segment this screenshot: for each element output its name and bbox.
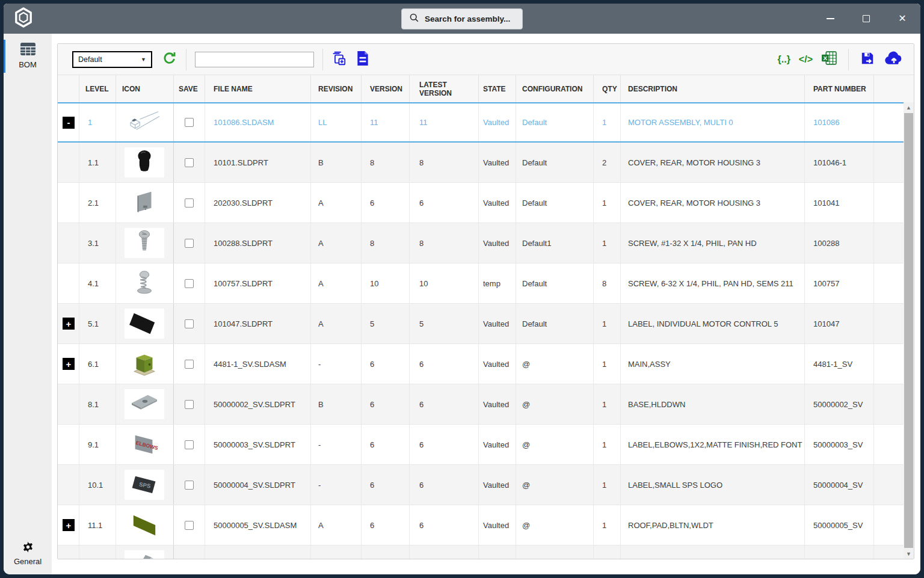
save-checkbox[interactable] (185, 239, 194, 248)
latest-version-cell: 6 (409, 183, 478, 223)
header-icon[interactable]: ICON (116, 75, 173, 102)
header-configuration[interactable]: CONFIGURATION (516, 75, 593, 102)
export-xml-button[interactable]: </> (799, 54, 813, 65)
latest-version-cell: 6 (409, 425, 478, 464)
table-row[interactable]: + 11.1 50000005_SV.SLDASM A 6 6 Vaulted … (58, 505, 914, 546)
latest-version-cell: 6 (409, 505, 478, 545)
header-level[interactable]: LEVEL (79, 75, 116, 102)
copy-add-button[interactable] (331, 51, 347, 69)
save-checkbox[interactable] (185, 521, 194, 530)
level-cell: 12.1 (79, 546, 116, 559)
revision-cell: A (310, 223, 361, 263)
table-row[interactable]: 12.1 50000006_SV.SLDPRT - 6 6 Vaulted @ … (58, 546, 914, 559)
gear-icon (22, 541, 34, 556)
table-row[interactable]: 9.1 ELBOWS 50000003_SV.SLDPRT - 6 6 Vaul… (58, 425, 914, 465)
description-cell: SCREW, 6-32 X 1/4, PHIL, PAN HD, SEMS 21… (620, 263, 804, 303)
toolbar-divider (322, 49, 323, 70)
save-cell (173, 183, 205, 223)
scrollbar-thumb[interactable] (904, 113, 913, 548)
state-cell: Vaulted (478, 223, 516, 263)
sidebar: BOM General (4, 34, 52, 574)
expand-row-button[interactable]: + (63, 358, 75, 370)
header-qty[interactable]: QTY (593, 75, 620, 102)
file-name-cell: 100288.SLDPRT (205, 223, 310, 263)
header-part-number[interactable]: PART NUMBER (804, 75, 873, 102)
header-file-name[interactable]: FILE NAME (205, 75, 310, 102)
save-cell (173, 223, 205, 263)
description-cell: LABEL, INDIVIDUAL MOTOR CONTROL 5 (620, 304, 804, 343)
save-checkbox[interactable] (185, 481, 194, 490)
maximize-button[interactable] (861, 14, 871, 23)
save-checkbox[interactable] (185, 360, 194, 369)
header-latest-version[interactable]: LATEST VERSION (409, 75, 478, 102)
description-cell: BASE,HLDDWN (620, 384, 804, 424)
table-row[interactable]: 1.1 10101.SLDPRT B 8 8 Vaulted Default 2… (58, 143, 914, 183)
save-export-button[interactable] (860, 51, 875, 69)
save-checkbox[interactable] (185, 198, 194, 208)
search-icon (409, 13, 419, 25)
revision-cell: B (310, 143, 361, 182)
table-row[interactable]: 3.1 100288.SLDPRT A 8 8 Vaulted Default1… (58, 223, 914, 263)
configuration-dropdown[interactable]: Default ▼ (72, 51, 152, 68)
document-button[interactable] (356, 51, 370, 69)
save-checkbox[interactable] (185, 118, 194, 127)
save-checkbox[interactable] (185, 319, 194, 328)
table-row[interactable]: 10.1 SPS 50000004_SV.SLDPRT - 6 6 Vaulte… (58, 465, 914, 505)
export-excel-button[interactable]: X (821, 51, 837, 68)
level-cell: 1 (79, 103, 116, 141)
table-row[interactable]: - 1 101086.SLDASM LL 11 11 Vaulted Defau… (58, 102, 914, 143)
version-cell: 8 (361, 143, 409, 182)
table-row[interactable]: 2.1 202030.SLDPRT A 6 6 Vaulted Default … (58, 183, 914, 223)
configuration-dropdown-value: Default (78, 55, 102, 64)
sidebar-item-bom[interactable]: BOM (4, 40, 52, 73)
state-cell: Vaulted (478, 465, 516, 505)
row-gutter: + (58, 505, 79, 545)
filter-input[interactable] (195, 52, 314, 67)
save-checkbox[interactable] (185, 158, 194, 167)
save-checkbox[interactable] (185, 400, 194, 409)
collapse-row-button[interactable]: - (63, 117, 75, 129)
table-row[interactable]: + 5.1 101047.SLDPRT A 5 5 Vaulted Defaul… (58, 304, 914, 344)
icon-cell (116, 143, 173, 182)
file-name-cell: 50000003_SV.SLDPRT (205, 425, 310, 464)
save-checkbox[interactable] (185, 279, 194, 288)
header-revision[interactable]: REVISION (310, 75, 361, 102)
sidebar-item-general[interactable]: General (4, 541, 52, 566)
level-cell: 1.1 (79, 143, 116, 182)
qty-cell: 2 (593, 143, 620, 182)
vertical-scrollbar[interactable]: ▲ ▼ (904, 102, 914, 559)
header-description[interactable]: DESCRIPTION (620, 75, 804, 102)
copy-add-icon (331, 51, 347, 69)
expand-row-button[interactable]: + (63, 519, 75, 531)
stud-thumbnail-icon (125, 550, 164, 559)
header-state[interactable]: STATE (478, 75, 516, 102)
export-json-button[interactable]: {..} (778, 54, 790, 65)
assembly-search-box[interactable]: Search for assembly... (401, 8, 523, 29)
app-window: Search for assembly... ✕ (4, 4, 920, 574)
description-cell: MAIN,ASSY (620, 344, 804, 384)
table-row[interactable]: 4.1 100757.SLDPRT A 10 10 temp Default 8… (58, 263, 914, 304)
level-cell: 6.1 (79, 344, 116, 384)
configuration-cell: @ (516, 505, 593, 545)
version-cell: 8 (361, 223, 409, 263)
cloud-upload-button[interactable] (884, 50, 904, 69)
qty-cell: 1 (593, 304, 620, 343)
header-save[interactable]: SAVE (173, 75, 205, 102)
version-cell: 11 (361, 103, 409, 141)
minimize-button[interactable] (825, 14, 835, 23)
header-version[interactable]: VERSION (361, 75, 409, 102)
save-checkbox[interactable] (185, 440, 194, 449)
close-icon: ✕ (898, 14, 906, 23)
close-button[interactable]: ✕ (898, 14, 907, 23)
row-gutter (58, 263, 79, 303)
revision-cell: LL (310, 103, 361, 141)
search-placeholder: Search for assembly... (425, 14, 510, 23)
scroll-up-icon[interactable]: ▲ (904, 102, 914, 112)
table-row[interactable]: 8.1 50000002_SV.SLDPRT B 6 6 Vaulted @ 1… (58, 384, 914, 425)
expand-row-button[interactable]: + (63, 318, 75, 330)
configuration-cell: Default (516, 304, 593, 343)
table-row[interactable]: + 6.1 4481-1_SV.SLDASM - 6 6 Vaulted @ 1… (58, 344, 914, 384)
scroll-down-icon[interactable]: ▼ (904, 549, 914, 559)
refresh-button[interactable] (162, 51, 177, 69)
latest-version-cell: 6 (409, 465, 478, 505)
